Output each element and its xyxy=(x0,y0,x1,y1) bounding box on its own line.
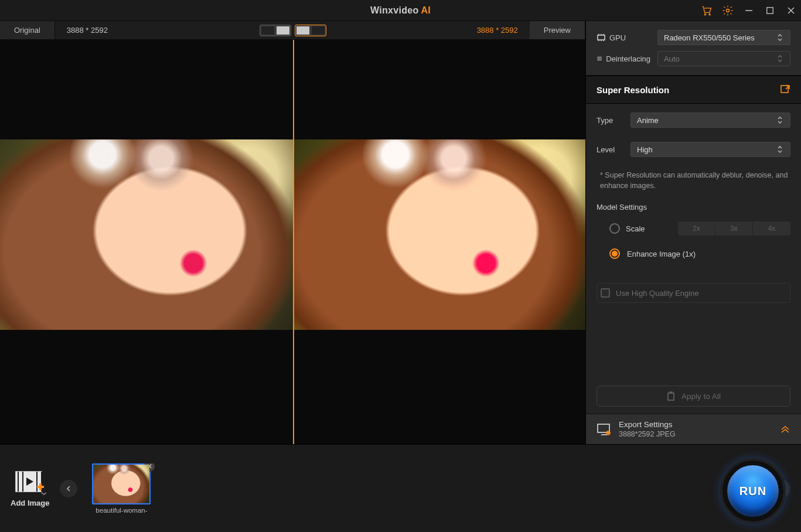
apply-to-all-button[interactable]: Apply to All xyxy=(597,386,790,407)
add-image-label: Add Image xyxy=(11,499,49,507)
preview-sub-header: Original 3888 * 2592 3888 * 2592 Preview xyxy=(0,21,585,40)
super-resolution-header[interactable]: Super Resolution xyxy=(586,76,801,104)
preview-tab[interactable]: Preview xyxy=(530,21,585,39)
gpu-label-text: GPU xyxy=(609,33,626,42)
preview-dimensions: 3888 * 2592 xyxy=(465,26,530,35)
title-bar: WinxvideoAI xyxy=(0,0,801,21)
compare-divider[interactable] xyxy=(293,40,294,444)
run-label: RUN xyxy=(739,485,766,498)
chevron-double-up-icon xyxy=(780,423,790,436)
deinterlacing-label: Deinterlacing xyxy=(597,54,650,63)
gpu-select[interactable]: Radeon RX550/550 Series xyxy=(657,30,790,45)
split-mode-right[interactable] xyxy=(295,25,326,36)
hardware-section: GPU Radeon RX550/550 Series Deinterlacin… xyxy=(586,21,801,76)
add-image-button[interactable]: Add Image xyxy=(11,469,49,507)
deinterlace-icon xyxy=(597,54,602,63)
level-select[interactable]: High xyxy=(630,142,790,157)
main-row: Original 3888 * 2592 3888 * 2592 Preview xyxy=(0,21,801,444)
type-value: Anime xyxy=(637,116,659,125)
original-tab[interactable]: Original xyxy=(0,21,55,39)
export-icon xyxy=(597,422,612,436)
split-view-toggle xyxy=(260,25,326,36)
apply-to-all-label: Apply to All xyxy=(681,392,721,401)
super-resolution-body: Type Anime Level High * Super Resolution… xyxy=(586,104,801,311)
deinterlacing-value: Auto xyxy=(664,54,680,63)
scale-radio[interactable] xyxy=(609,223,620,234)
svg-point-1 xyxy=(709,14,710,15)
deinterlacing-select: Auto xyxy=(657,51,790,66)
clipboard-icon xyxy=(666,391,676,401)
svg-rect-4 xyxy=(598,35,605,40)
chevron-updown-icon xyxy=(776,116,784,124)
add-image-icon xyxy=(13,469,46,495)
svg-rect-6 xyxy=(668,393,674,400)
side-spacer xyxy=(586,311,801,378)
super-resolution-note: * Super Resolution can automatically deb… xyxy=(597,170,790,195)
export-text: Export Settings 3888*2592 JPEG xyxy=(619,420,676,438)
export-settings-bar[interactable]: Export Settings 3888*2592 JPEG xyxy=(586,414,801,444)
scale-opt-2x[interactable]: 2x xyxy=(678,221,715,236)
export-detail: 3888*2592 JPEG xyxy=(619,430,676,438)
enhance-radio[interactable] xyxy=(609,248,620,259)
side-panel: GPU Radeon RX550/550 Series Deinterlacin… xyxy=(585,21,801,444)
level-value: High xyxy=(637,145,653,154)
bottom-bar: Add Image ✕ beautiful-woman- RUN xyxy=(0,444,801,532)
high-quality-label: Use High Quality Engine xyxy=(616,289,699,298)
preview-tab-label: Preview xyxy=(544,26,571,35)
svg-point-2 xyxy=(727,9,730,12)
svg-rect-5 xyxy=(781,86,788,93)
thumbnail-image[interactable] xyxy=(92,463,151,504)
scale-label: Scale xyxy=(626,224,645,233)
model-settings-title: Model Settings xyxy=(597,203,790,212)
gpu-value: Radeon RX550/550 Series xyxy=(664,33,755,42)
super-resolution-title: Super Resolution xyxy=(597,85,669,95)
enhance-row: Enhance Image (1x) xyxy=(597,245,790,262)
original-image xyxy=(0,139,293,330)
prev-thumb-button[interactable] xyxy=(60,480,77,497)
high-quality-row[interactable]: Use High Quality Engine xyxy=(597,283,790,303)
thumbnail-filename: beautiful-woman- xyxy=(96,507,147,514)
maximize-button[interactable] xyxy=(763,4,776,17)
original-dimensions: 3888 * 2592 xyxy=(55,26,120,35)
chevron-updown-icon xyxy=(776,145,784,154)
scale-opt-4x[interactable]: 4x xyxy=(753,221,790,236)
enhance-label: Enhance Image (1x) xyxy=(627,250,696,258)
cart-icon[interactable] xyxy=(700,4,713,17)
scale-opt-3x[interactable]: 3x xyxy=(715,221,753,236)
chevron-updown-icon xyxy=(776,33,784,42)
app-title: WinxvideoAI xyxy=(370,5,431,16)
preview-area: Original 3888 * 2592 3888 * 2592 Preview xyxy=(0,21,585,444)
app-title-suffix: AI xyxy=(421,5,431,15)
export-title: Export Settings xyxy=(619,420,676,429)
window-controls xyxy=(700,0,797,21)
close-button[interactable] xyxy=(785,4,797,17)
gpu-label: GPU xyxy=(597,33,650,42)
minimize-button[interactable] xyxy=(742,4,755,17)
app-title-name: Winxvideo xyxy=(370,5,419,15)
original-tab-label: Original xyxy=(14,26,40,35)
deinterlacing-label-text: Deinterlacing xyxy=(606,54,650,63)
expand-icon xyxy=(780,84,790,95)
enhanced-image xyxy=(293,139,586,330)
preview-canvas[interactable] xyxy=(0,40,585,444)
gpu-icon xyxy=(597,33,606,42)
svg-point-0 xyxy=(704,14,705,15)
thumbnail-strip: ✕ beautiful-woman- xyxy=(88,463,762,514)
split-mode-left[interactable] xyxy=(260,25,291,36)
settings-icon[interactable] xyxy=(721,4,734,17)
high-quality-checkbox[interactable] xyxy=(601,288,610,298)
run-button[interactable]: RUN xyxy=(722,461,783,521)
level-label: Level xyxy=(597,145,623,154)
scale-options: 2x 3x 4x xyxy=(678,221,790,236)
thumbnail-card[interactable]: ✕ beautiful-woman- xyxy=(90,463,152,514)
type-select[interactable]: Anime xyxy=(630,112,790,128)
scale-row: Scale 2x 3x 4x xyxy=(597,220,790,237)
chevron-updown-icon xyxy=(776,54,784,63)
svg-rect-3 xyxy=(767,8,773,14)
type-label: Type xyxy=(597,116,623,125)
